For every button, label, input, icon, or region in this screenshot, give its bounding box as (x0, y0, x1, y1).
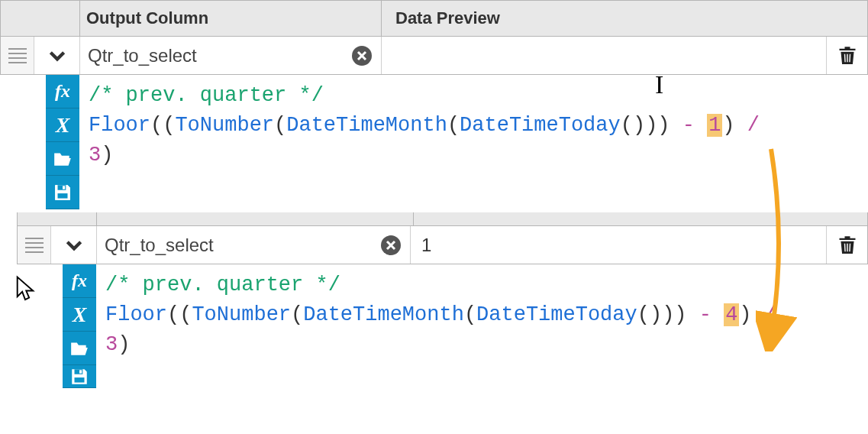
save-button[interactable] (63, 365, 96, 388)
header-data-preview: Data Preview (382, 1, 867, 36)
offset-value: 4 (724, 303, 739, 326)
folder-open-icon (69, 340, 89, 357)
delete-button[interactable] (826, 226, 867, 264)
data-preview-cell (382, 37, 826, 74)
chevron-down-icon (47, 46, 67, 66)
drag-handle-icon[interactable] (1, 37, 34, 74)
output-column-cell[interactable] (80, 37, 382, 74)
save-button[interactable] (46, 176, 79, 209)
folder-open-button[interactable] (63, 332, 96, 365)
floppy-disk-icon (69, 367, 89, 387)
drag-handle-icon[interactable] (18, 226, 51, 264)
column-headers-partial (17, 212, 868, 226)
delete-button[interactable] (826, 37, 867, 74)
folder-open-button[interactable] (46, 142, 79, 176)
svg-rect-4 (58, 193, 68, 199)
svg-rect-3 (63, 186, 65, 189)
trash-icon (837, 44, 858, 67)
x-variables-button[interactable]: X (63, 298, 96, 332)
expand-toggle[interactable] (51, 226, 97, 264)
header-output-column: Output Column (80, 1, 382, 36)
expression-row: 1 (17, 226, 868, 264)
code-comment: /* prev. quarter */ (89, 84, 324, 107)
expression-row (0, 37, 868, 75)
editor-sidebar: fx X (63, 264, 96, 388)
x-variables-button[interactable]: X (46, 108, 79, 142)
column-headers: Output Column Data Preview (0, 0, 868, 37)
clear-button[interactable] (352, 46, 372, 66)
editor-sidebar: fx X (46, 75, 79, 209)
floppy-disk-icon (53, 183, 73, 202)
code-comment: /* prev. quarter */ (105, 274, 340, 296)
expression-editor[interactable]: /* prev. quarter */ Floor((ToNumber(Date… (96, 264, 868, 388)
offset-value: 1 (707, 114, 722, 137)
close-icon (357, 50, 367, 61)
fx-functions-button[interactable]: fx (63, 264, 96, 298)
fx-functions-button[interactable]: fx (46, 75, 79, 108)
output-column-cell[interactable] (97, 226, 411, 264)
svg-rect-8 (79, 370, 82, 373)
output-column-input[interactable] (88, 45, 317, 66)
expand-toggle[interactable] (34, 37, 80, 74)
close-icon (386, 240, 396, 251)
data-preview-cell: 1 (411, 226, 826, 264)
header-spacer (1, 1, 80, 36)
svg-rect-9 (75, 377, 85, 383)
folder-open-icon (53, 151, 73, 167)
trash-icon (837, 234, 858, 257)
output-column-input[interactable] (105, 235, 334, 256)
clear-button[interactable] (381, 235, 401, 255)
expression-editor[interactable]: /* prev. quarter */ Floor((ToNumber(Date… (79, 75, 868, 209)
chevron-down-icon (64, 235, 84, 255)
